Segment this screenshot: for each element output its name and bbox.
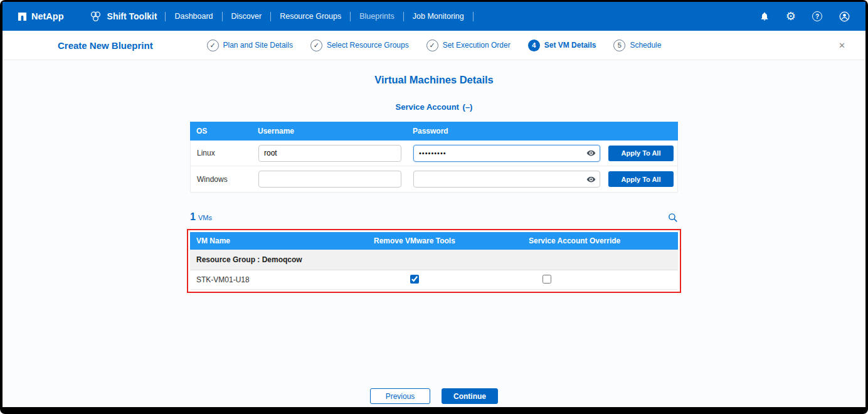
nav-item-discover[interactable]: Discover [231,12,263,21]
nav-separator [270,12,271,21]
show-password-button[interactable] [586,149,596,158]
column-header-service-account-override: Service Account Override [522,236,678,245]
vm-name: STK-VM01-U18 [190,275,368,284]
nav-separator [473,12,474,21]
table-row-linux: Linux Apply To All [191,141,677,166]
nav-separator [403,12,404,21]
vm-count: 1 [190,211,196,223]
step-number-badge: 5 [613,40,625,51]
nav-separator [165,12,166,21]
netapp-logo-icon [18,12,27,21]
column-header-password: Password [406,127,603,135]
app-title-label: Shift Toolkit [107,11,157,21]
os-label: Linux [191,149,252,157]
windows-password-wrap [413,171,600,188]
column-header-username: Username [251,127,406,135]
primary-nav: Dashboard Discover Resource Groups Bluep… [174,12,481,21]
step-label: Plan and Site Details [223,41,293,50]
step-plan-and-site-details[interactable]: ✓ Plan and Site Details [207,40,293,51]
wizard-header: Create New Blueprint ✓ Plan and Site Det… [3,31,865,60]
search-button[interactable] [667,212,678,223]
service-account-collapse-toggle[interactable]: (–) [462,102,473,112]
windows-password-input[interactable] [413,171,600,188]
os-label: Windows [191,175,252,184]
linux-password-input[interactable] [413,145,600,162]
step-label: Schedule [630,41,661,50]
vm-table-header: VM Name Remove VMware Tools Service Acco… [190,232,678,250]
service-account-table-header: OS Username Password [190,122,678,141]
remove-vmware-tools-checkbox[interactable] [410,275,419,284]
step-done-icon: ✓ [310,40,322,51]
notifications-button[interactable] [760,11,770,21]
column-header-remove-vmware-tools: Remove VMware Tools [368,236,522,245]
vm-row: STK-VM01-U18 [190,270,678,290]
nav-item-job-monitoring[interactable]: Job Monitoring [412,12,465,21]
nav-separator [222,12,223,21]
help-button[interactable]: ? [812,11,822,21]
service-account-override-checkbox[interactable] [542,275,551,284]
step-set-vm-details[interactable]: 4 Set VM Details [528,40,596,51]
step-label: Set VM Details [544,41,596,50]
continue-button[interactable]: Continue [442,388,498,404]
wizard-footer: Previous Continue [3,388,865,404]
nav-separator [350,12,351,21]
apply-to-all-windows-button[interactable]: Apply To All [608,171,674,187]
nav-item-blueprints[interactable]: Blueprints [359,12,395,21]
step-number-badge: 4 [528,40,540,51]
step-done-icon: ✓ [426,40,438,51]
resource-group-row: Resource Group : Demoqcow [190,250,678,270]
show-password-button[interactable] [586,174,596,184]
gear-icon: ⚙ [786,11,796,22]
vm-count-unit: VMs [198,214,212,221]
bell-icon [760,11,770,21]
main-area: Virtual Machines Details Service Account… [3,60,865,407]
app-window: NetApp Shift Toolkit Dashboard Discover … [3,2,865,407]
step-done-icon: ✓ [207,40,219,51]
windows-username-input[interactable] [258,171,401,188]
app-title: Shift Toolkit [89,10,157,23]
vm-table-highlight: VM Name Remove VMware Tools Service Acco… [187,229,681,293]
column-header-vm-name: VM Name [190,236,368,245]
shift-toolkit-icon [89,10,102,23]
search-icon [667,212,678,223]
vms-bar: 1 VMs [190,211,678,223]
service-account-table-body: Linux Apply To All Windows [190,141,678,193]
step-label: Set Execution Order [443,41,511,50]
wizard-title: Create New Blueprint [58,40,153,51]
step-select-resource-groups[interactable]: ✓ Select Resource Groups [310,40,409,51]
service-account-label: Service Account [396,102,459,112]
nav-item-resource-groups[interactable]: Resource Groups [279,12,342,21]
eye-icon [586,149,596,158]
wizard-stepper: ✓ Plan and Site Details ✓ Select Resourc… [207,40,662,51]
settings-button[interactable]: ⚙ [786,11,796,22]
column-header-os: OS [190,127,251,135]
brand-name: NetApp [31,11,64,21]
top-navbar: NetApp Shift Toolkit Dashboard Discover … [3,2,865,31]
nav-item-dashboard[interactable]: Dashboard [174,12,213,21]
netapp-logo: NetApp [18,11,64,21]
account-button[interactable] [839,11,850,23]
eye-icon [586,174,596,184]
user-icon [839,11,850,23]
step-schedule[interactable]: 5 Schedule [613,40,661,51]
previous-button[interactable]: Previous [370,388,430,404]
linux-username-input[interactable] [258,145,401,162]
apply-to-all-linux-button[interactable]: Apply To All [608,146,674,161]
table-row-windows: Windows Apply To All [191,166,677,192]
page-title: Virtual Machines Details [190,60,678,86]
check-icon: ✓ [209,41,215,50]
linux-password-wrap [413,145,600,162]
step-label: Select Resource Groups [327,41,409,50]
service-account-section-title: Service Account (–) [190,102,678,112]
help-icon: ? [812,11,822,21]
check-icon: ✓ [314,41,319,50]
step-set-execution-order[interactable]: ✓ Set Execution Order [426,40,511,51]
check-icon: ✓ [430,41,435,50]
content-column: Virtual Machines Details Service Account… [190,60,678,293]
service-account-table: OS Username Password Linux [190,122,678,193]
navbar-icon-group: ⚙ ? [760,11,850,23]
close-wizard-button[interactable]: ✕ [835,40,849,51]
